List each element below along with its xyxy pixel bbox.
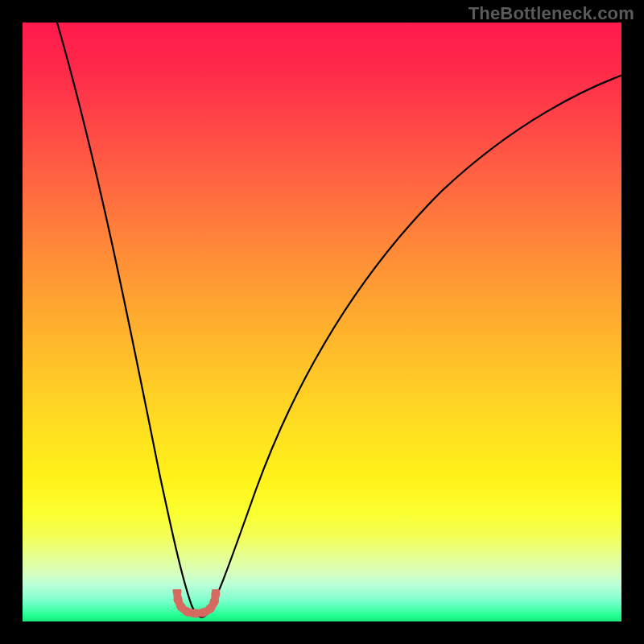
curve-path [55,23,621,617]
plot-area [23,23,621,621]
bottleneck-curve [23,23,621,621]
marker-u-fill [177,591,216,613]
optimal-range-marker [169,589,224,621]
watermark-text: TheBottleneck.com [469,3,634,24]
